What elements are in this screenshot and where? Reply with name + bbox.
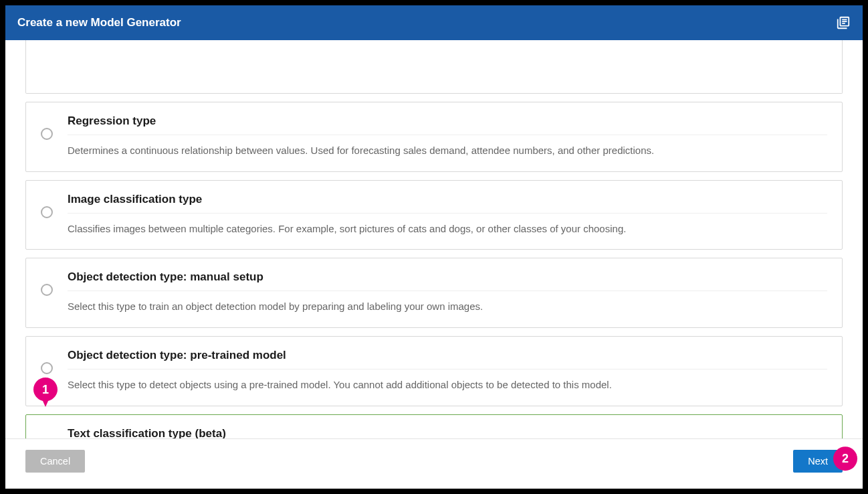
option-title: Text classification type (beta) xyxy=(68,427,827,438)
option-text-classification[interactable]: Text classification type (beta) Select t… xyxy=(25,414,843,438)
option-title: Image classification type xyxy=(68,193,827,214)
radio-icon[interactable] xyxy=(41,284,53,296)
option-desc: Select this type to train an object dete… xyxy=(68,291,827,314)
dialog-title: Create a new Model Generator xyxy=(17,16,181,29)
option-desc: Select this type to detect objects using… xyxy=(68,369,827,392)
option-object-detection-manual[interactable]: Object detection type: manual setup Sele… xyxy=(25,258,843,328)
option-title: Regression type xyxy=(68,114,827,135)
option-card-prev-partial[interactable] xyxy=(25,40,843,94)
option-desc: Determines a continuous relationship bet… xyxy=(68,135,827,158)
radio-icon[interactable] xyxy=(41,128,53,140)
option-desc: Classifies images between multiple categ… xyxy=(68,214,827,236)
dialog-footer: Cancel Next 2 xyxy=(5,438,863,489)
svg-text:2: 2 xyxy=(842,452,849,465)
option-title: Object detection type: pre-trained model xyxy=(68,349,827,369)
option-regression[interactable]: Regression type Determines a continuous … xyxy=(25,102,843,172)
dialog-header: Create a new Model Generator xyxy=(5,5,863,40)
option-object-detection-pretrained[interactable]: Object detection type: pre-trained model… xyxy=(25,336,843,406)
radio-icon[interactable] xyxy=(41,362,53,374)
option-title: Object detection type: manual setup xyxy=(68,270,827,291)
radio-icon[interactable] xyxy=(41,206,53,218)
next-button[interactable]: Next xyxy=(793,450,843,473)
option-image-classification[interactable]: Image classification type Classifies ima… xyxy=(25,180,843,250)
library-icon[interactable] xyxy=(836,15,851,30)
cancel-button[interactable]: Cancel xyxy=(25,450,85,473)
options-list: Regression type Determines a continuous … xyxy=(5,40,863,438)
